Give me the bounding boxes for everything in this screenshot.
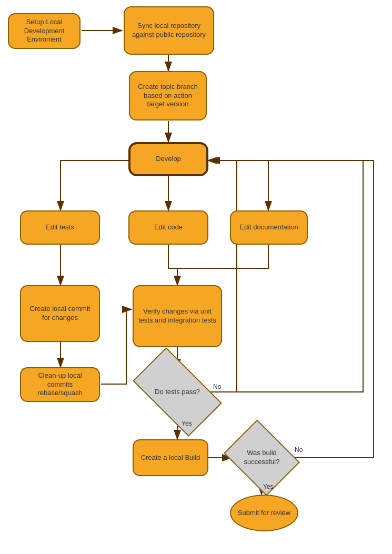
- verify-node: Verify changes via unit tests and integr…: [133, 285, 222, 347]
- develop-node: Develop: [128, 142, 208, 176]
- topic-branch-node: Create topic branch based on action targ…: [129, 71, 207, 120]
- edit-docs-node: Edit documentation: [230, 210, 308, 245]
- submit-node: Submit for review: [230, 495, 298, 531]
- flowchart: Setup Local Development Enviroment Sync …: [0, 0, 392, 554]
- local-build-node: Create a local Build: [133, 439, 208, 476]
- edit-tests-node: Edit tests: [20, 210, 100, 245]
- no-label-tests: No: [213, 383, 221, 390]
- yes-label-tests: Yes: [182, 420, 192, 427]
- yes-label-build: Yes: [263, 483, 274, 490]
- setup-node: Setup Local Development Enviroment: [8, 13, 81, 49]
- cleanup-node: Clean-up local commits rebase/squash: [20, 367, 100, 402]
- do-tests-pass-node: Do tests pass?: [138, 368, 217, 416]
- build-successful-node: Was build successful?: [232, 434, 292, 481]
- no-label-build: No: [295, 446, 303, 454]
- sync-node: Sync local repository against public rep…: [124, 6, 214, 55]
- local-commit-node: Create local commit for changes: [20, 285, 100, 342]
- edit-code-node: Edit code: [128, 210, 208, 245]
